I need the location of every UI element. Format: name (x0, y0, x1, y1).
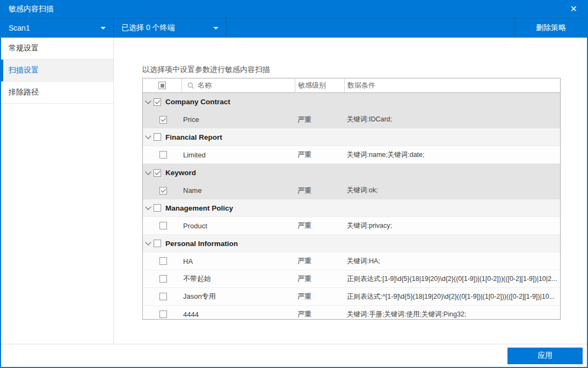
header-checkbox-cell (143, 78, 182, 92)
group-checkbox[interactable] (154, 133, 161, 141)
item-row[interactable]: 4444严重关键词:手册;关键词:使用;关键词:Ping32; (143, 306, 560, 320)
sidebar-item-1[interactable]: 常规设置 (1, 38, 113, 60)
header-level-label: 敏感级别 (298, 81, 326, 90)
item-checkbox[interactable] (159, 293, 167, 300)
rules-table: 名称 敏感级别 数据条件 Company ContractPrice严重关键词:… (142, 78, 561, 320)
group-row[interactable]: Personal Information (143, 235, 560, 252)
item-checkbox[interactable] (159, 257, 167, 265)
item-level: 严重 (297, 150, 311, 160)
close-icon[interactable]: ✕ (568, 4, 579, 15)
item-row[interactable]: Name严重关键词:ok; (143, 182, 560, 199)
header-name-cell[interactable]: 名称 (182, 78, 295, 92)
terminal-dropdown-value: 已选择 0 个终端 (121, 23, 175, 33)
item-checkbox[interactable] (159, 151, 167, 158)
select-all-checkbox[interactable] (158, 82, 166, 89)
item-checkbox[interactable] (159, 187, 167, 194)
item-name: 4444 (183, 311, 199, 319)
item-row[interactable]: HA严重关键词:HA; (143, 252, 560, 270)
item-name: 不带起始 (183, 274, 211, 284)
window-title: 敏感内容扫描 (9, 4, 54, 14)
expand-chevron-icon[interactable] (145, 169, 151, 175)
group-row[interactable]: Keyword (143, 164, 560, 182)
toolbar-spacer (227, 18, 514, 38)
item-condition: 关键词:HA; (347, 257, 558, 266)
expand-chevron-icon[interactable] (145, 133, 151, 139)
group-label: Management Policy (165, 204, 233, 212)
item-name: Product (183, 222, 207, 230)
apply-button[interactable]: 应用 (507, 348, 583, 364)
header-name-label: 名称 (198, 81, 212, 90)
terminal-dropdown[interactable]: 已选择 0 个终端 (114, 18, 226, 38)
sidebar-item-3[interactable]: 排除路径 (1, 82, 113, 104)
item-row[interactable]: Jason专用严重正则表达式:^[1-9]\d{5}(18|19|20)\d{2… (143, 288, 560, 306)
sidebar-item-label: 扫描设置 (9, 66, 39, 75)
footer-bar: 应用 (1, 344, 587, 367)
title-bar: 敏感内容扫描 ✕ (1, 0, 587, 18)
item-name: Name (183, 186, 202, 194)
item-checkbox[interactable] (159, 116, 167, 124)
item-condition: 正则表达式:^[1-9]\d{5}(18|19|20)\d{2}((0[1-9]… (347, 292, 558, 301)
item-level: 严重 (297, 309, 311, 319)
item-level: 严重 (297, 256, 311, 266)
expand-chevron-icon[interactable] (145, 204, 151, 210)
item-condition: 正则表达式:[1-9]\d{5}(18|19|20)\d{2}((0[1-9])… (347, 275, 558, 284)
item-level: 严重 (297, 221, 311, 230)
sidebar-item-label: 常规设置 (9, 44, 39, 53)
item-condition: 关键词:手册;关键词:使用;关键词:Ping32; (347, 310, 558, 319)
group-label: Financial Report (165, 133, 222, 141)
expand-chevron-icon[interactable] (145, 98, 151, 104)
toolbar: Scan1 已选择 0 个终端 删除策略 (1, 18, 587, 38)
item-row[interactable]: Product严重关键词:privacy; (143, 217, 560, 235)
item-checkbox[interactable] (159, 311, 167, 318)
header-level-cell: 敏感级别 (295, 78, 344, 92)
group-label: Personal Information (165, 240, 238, 248)
policy-dropdown[interactable]: Scan1 (1, 18, 113, 38)
item-row[interactable]: Price严重关键词:IDCard; (143, 111, 560, 128)
group-checkbox[interactable] (154, 204, 161, 212)
group-checkbox[interactable] (154, 169, 161, 177)
chevron-down-icon (100, 27, 106, 30)
item-name: Price (183, 116, 199, 124)
sensitive-content-scan-dialog: 敏感内容扫描 ✕ Scan1 已选择 0 个终端 删除策略 常规设置扫描设置排除… (0, 0, 588, 368)
item-condition: 关键词:IDCard; (347, 115, 558, 124)
policy-dropdown-value: Scan1 (9, 24, 30, 32)
item-condition: 关键词:name;关键词:date; (347, 150, 558, 160)
item-name: Limited (183, 151, 206, 159)
group-row[interactable]: Financial Report (143, 128, 560, 146)
group-label: Company Contract (165, 98, 230, 106)
table-caption: 以选择项中设置参数进行敏感内容扫描 (142, 65, 587, 75)
item-condition: 关键词:ok; (347, 186, 558, 195)
table-body: Company ContractPrice严重关键词:IDCard;Financ… (143, 93, 560, 320)
item-name: Jason专用 (183, 292, 216, 301)
delete-policy-button[interactable]: 删除策略 (515, 18, 587, 38)
group-row[interactable]: Management Policy (143, 199, 560, 217)
expand-chevron-icon[interactable] (145, 239, 151, 245)
item-row[interactable]: 不带起始严重正则表达式:[1-9]\d{5}(18|19|20)\d{2}((0… (143, 270, 560, 288)
group-checkbox[interactable] (154, 240, 161, 247)
search-icon (187, 82, 194, 89)
header-condition-cell: 数据条件 (344, 78, 560, 92)
sidebar-item-2[interactable]: 扫描设置 (1, 60, 113, 82)
group-row[interactable]: Company Contract (143, 93, 560, 111)
group-label: Keyword (165, 169, 196, 177)
sidebar-item-label: 排除路径 (9, 88, 39, 97)
dialog-body: 常规设置扫描设置排除路径 以选择项中设置参数进行敏感内容扫描 名称 (1, 38, 587, 344)
main-panel: 以选择项中设置参数进行敏感内容扫描 名称 敏感级别 (114, 38, 587, 344)
table-header-row: 名称 敏感级别 数据条件 (143, 78, 560, 93)
item-checkbox[interactable] (159, 275, 167, 283)
item-condition: 关键词:privacy; (347, 221, 558, 230)
chevron-down-icon (213, 27, 219, 30)
sidebar: 常规设置扫描设置排除路径 (1, 38, 114, 344)
header-condition-label: 数据条件 (347, 81, 375, 90)
item-row[interactable]: Limited严重关键词:name;关键词:date; (143, 146, 560, 164)
group-checkbox[interactable] (154, 98, 161, 106)
item-level: 严重 (297, 274, 311, 284)
item-checkbox[interactable] (159, 222, 167, 229)
item-name: HA (183, 257, 193, 265)
item-level: 严重 (297, 292, 311, 301)
item-level: 严重 (297, 186, 311, 196)
item-level: 严重 (297, 115, 311, 125)
